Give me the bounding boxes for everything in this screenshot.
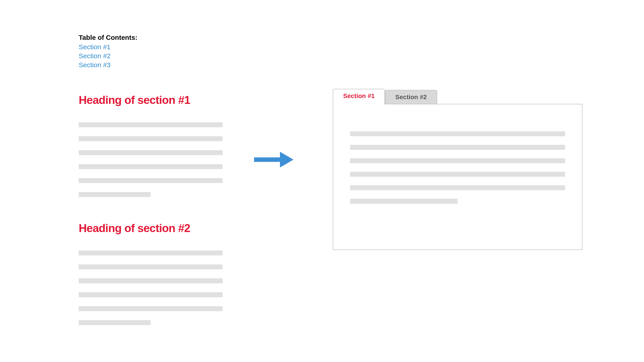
content-placeholder bbox=[79, 178, 222, 183]
content-placeholder bbox=[350, 145, 565, 150]
section-2-heading: Heading of section #2 bbox=[79, 222, 222, 235]
toc-link-section-2[interactable]: Section #2 bbox=[79, 52, 222, 60]
content-placeholder bbox=[79, 278, 222, 283]
content-placeholder bbox=[79, 164, 222, 169]
content-placeholder bbox=[350, 185, 565, 190]
content-placeholder bbox=[79, 292, 222, 297]
content-placeholder bbox=[350, 131, 565, 136]
tab-section-1[interactable]: Section #1 bbox=[333, 89, 385, 104]
tabs-row: Section #1 Section #2 bbox=[333, 89, 582, 104]
content-placeholder bbox=[79, 122, 222, 127]
content-placeholder bbox=[350, 172, 565, 177]
section-1: Heading of section #1 bbox=[79, 94, 222, 197]
section-2: Heading of section #2 bbox=[79, 222, 222, 325]
content-placeholder bbox=[79, 250, 222, 256]
tabbed-view: Section #1 Section #2 bbox=[333, 89, 582, 250]
arrow-icon bbox=[254, 151, 294, 169]
table-of-contents: Table of Contents: Section #1 Section #2… bbox=[79, 34, 222, 69]
toc-link-section-3[interactable]: Section #3 bbox=[79, 61, 222, 69]
svg-rect-0 bbox=[254, 158, 281, 162]
content-placeholder bbox=[79, 150, 222, 155]
tab-section-2[interactable]: Section #2 bbox=[385, 90, 437, 104]
content-placeholder bbox=[79, 306, 222, 311]
section-1-heading: Heading of section #1 bbox=[79, 94, 222, 106]
content-placeholder bbox=[350, 158, 565, 163]
content-placeholder bbox=[79, 320, 151, 325]
content-placeholder bbox=[79, 264, 222, 269]
content-placeholder bbox=[350, 199, 458, 204]
tab-panel bbox=[333, 104, 582, 250]
svg-marker-1 bbox=[280, 152, 294, 168]
toc-link-section-1[interactable]: Section #1 bbox=[79, 43, 222, 51]
content-placeholder bbox=[79, 192, 151, 197]
toc-title: Table of Contents: bbox=[79, 34, 222, 41]
content-placeholder bbox=[79, 136, 222, 141]
document-view: Table of Contents: Section #1 Section #2… bbox=[79, 34, 222, 334]
